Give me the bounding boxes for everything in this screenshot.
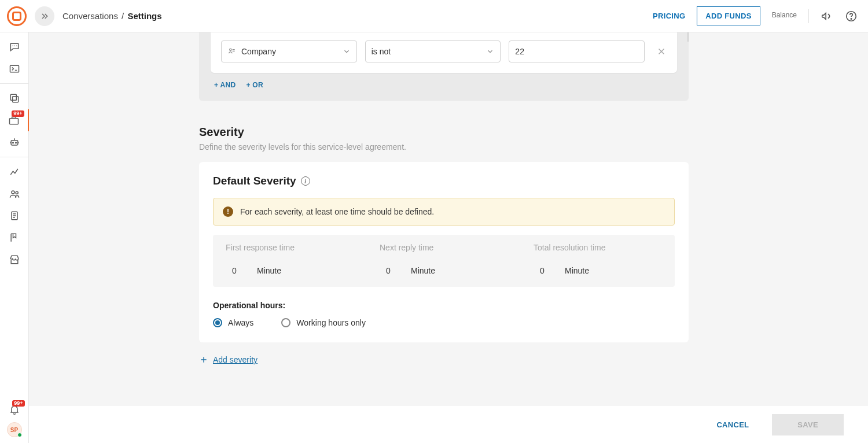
- help-icon[interactable]: [845, 10, 858, 23]
- pricing-link[interactable]: PRICING: [653, 12, 685, 20]
- condition-field-select[interactable]: Company: [221, 40, 357, 62]
- connector-line: [675, 32, 689, 42]
- radio-working-label: Working hours only: [296, 318, 366, 327]
- conditions-block: Company is not + AND + OR: [199, 32, 689, 101]
- breadcrumb-current: Settings: [127, 11, 161, 21]
- condition-value-input[interactable]: [509, 40, 645, 62]
- breadcrumb-separator: /: [122, 11, 124, 21]
- presence-indicator: [17, 433, 22, 437]
- total-resolution-value: 0: [534, 266, 551, 275]
- col-first-response: First response time: [213, 235, 367, 260]
- nav-bookmark[interactable]: [0, 227, 29, 249]
- footer-bar: CANCEL SAVE: [29, 406, 868, 443]
- next-reply-cell[interactable]: 0 Minute: [367, 260, 521, 287]
- nav-analytics[interactable]: [0, 161, 29, 183]
- svg-point-10: [16, 191, 18, 194]
- brand-logo: [7, 6, 27, 26]
- svg-rect-4: [12, 97, 18, 102]
- main-scroll[interactable]: Company is not + AND + OR: [29, 32, 868, 406]
- svg-point-12: [230, 49, 231, 50]
- svg-rect-5: [9, 119, 18, 124]
- warning-icon: !: [223, 206, 233, 217]
- first-response-unit: Minute: [257, 266, 281, 275]
- add-funds-button[interactable]: ADD FUNDS: [697, 6, 760, 25]
- svg-rect-3: [10, 94, 16, 100]
- chevron-down-icon: [343, 47, 351, 56]
- svg-point-9: [12, 191, 14, 194]
- breadcrumb-root[interactable]: Conversations: [62, 11, 118, 21]
- add-severity-label: Add severity: [213, 355, 258, 364]
- condition-card: Company is not: [211, 32, 677, 73]
- severity-subtitle: Define the severity levels for this serv…: [199, 142, 689, 152]
- condition-operator-label: is not: [372, 47, 391, 56]
- nav-terminal[interactable]: [0, 58, 29, 80]
- first-response-value: 0: [226, 266, 243, 275]
- warning-banner: ! For each severity, at least one time s…: [213, 198, 675, 226]
- announcement-icon[interactable]: [821, 10, 833, 23]
- operational-hours-label: Operational hours:: [213, 301, 675, 310]
- remove-condition-button[interactable]: [656, 46, 667, 57]
- total-resolution-unit: Minute: [565, 266, 589, 275]
- nav-docs[interactable]: [0, 205, 29, 227]
- severity-table: First response time Next reply time Tota…: [213, 235, 675, 287]
- chevron-double-right-icon: [40, 12, 49, 21]
- top-bar: Conversations / Settings PRICING ADD FUN…: [0, 0, 868, 32]
- condition-operator-select[interactable]: is not: [365, 40, 501, 62]
- add-or-button[interactable]: + OR: [246, 81, 263, 89]
- svg-point-7: [12, 142, 13, 143]
- nav-store[interactable]: [0, 249, 29, 271]
- severity-heading: Severity: [199, 125, 689, 139]
- plus-icon: [199, 355, 208, 364]
- nav-bot[interactable]: [0, 131, 29, 153]
- card-title-text: Default Severity: [213, 175, 296, 187]
- total-resolution-cell[interactable]: 0 Minute: [521, 260, 675, 287]
- col-next-reply: Next reply time: [367, 235, 521, 260]
- chevron-down-icon: [486, 47, 494, 56]
- nav-chat[interactable]: [0, 36, 29, 58]
- add-and-button[interactable]: + AND: [214, 81, 236, 89]
- breadcrumb: Conversations / Settings: [62, 11, 162, 21]
- balance-label: Balance: [772, 11, 797, 19]
- add-severity-button[interactable]: Add severity: [199, 355, 689, 364]
- radio-working-hours[interactable]: Working hours only: [281, 318, 366, 327]
- notifications-badge: 99+: [12, 400, 24, 407]
- default-severity-card: Default Severity i ! For each severity, …: [199, 162, 689, 342]
- expand-sidebar-button[interactable]: [35, 6, 54, 26]
- cancel-button[interactable]: CANCEL: [716, 420, 749, 429]
- avatar-initials: SP: [10, 427, 18, 433]
- first-response-cell[interactable]: 0 Minute: [213, 260, 367, 287]
- radio-always-label: Always: [228, 318, 253, 327]
- radio-icon: [213, 318, 222, 327]
- warning-text: For each severity, at least one time sho…: [240, 207, 434, 216]
- condition-field-label: Company: [241, 47, 276, 56]
- col-total-resolution: Total resolution time: [521, 235, 675, 260]
- company-icon: [227, 47, 237, 56]
- save-button[interactable]: SAVE: [772, 414, 844, 435]
- svg-rect-2: [10, 65, 19, 72]
- info-icon[interactable]: i: [301, 176, 310, 186]
- nav-inbox[interactable]: 99+: [0, 109, 29, 131]
- svg-point-1: [851, 18, 851, 19]
- radio-icon: [281, 318, 290, 327]
- user-avatar[interactable]: SP: [7, 422, 22, 437]
- notifications-button[interactable]: 99+: [9, 404, 20, 418]
- badge: 99+: [12, 110, 24, 117]
- divider: [808, 9, 809, 23]
- radio-always[interactable]: Always: [213, 318, 253, 327]
- next-reply-value: 0: [380, 266, 397, 275]
- side-nav: 99+ 99+ SP: [0, 32, 29, 443]
- next-reply-unit: Minute: [411, 266, 435, 275]
- nav-users[interactable]: [0, 183, 29, 205]
- svg-point-8: [15, 142, 16, 143]
- nav-copy[interactable]: [0, 87, 29, 109]
